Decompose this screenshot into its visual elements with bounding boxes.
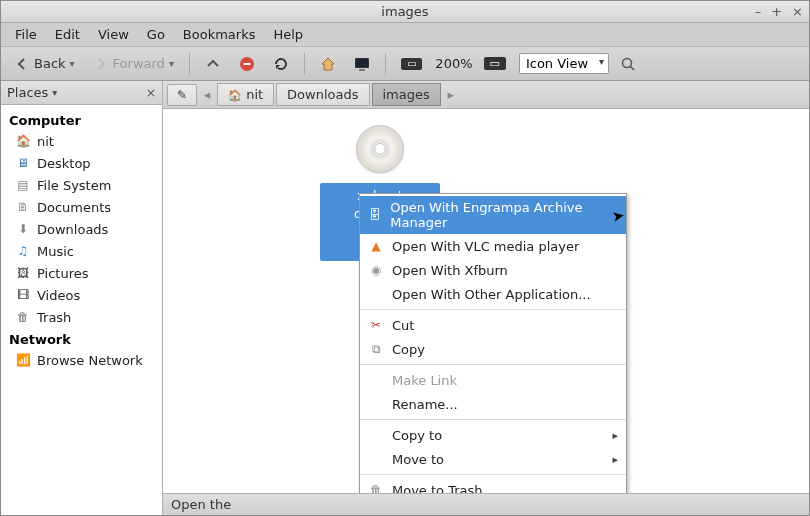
pictures-icon: 🖼 xyxy=(15,265,31,281)
sidebar-item-documents[interactable]: 🗎Documents xyxy=(1,196,162,218)
computer-button[interactable] xyxy=(347,52,377,76)
pathbar: ✎ ◂ 🏠 nit Downloads images ▸ xyxy=(163,81,809,109)
sidebar-title: Places xyxy=(7,85,48,100)
ctx-label: Open With Xfburn xyxy=(392,263,508,278)
zoom-in-button[interactable]: ▭ xyxy=(477,53,515,74)
menu-help[interactable]: Help xyxy=(265,25,311,44)
context-menu: 🗄Open With Engrampa Archive Manager ▲Ope… xyxy=(359,193,627,493)
up-button[interactable] xyxy=(198,52,228,76)
home-icon: 🏠 xyxy=(15,133,31,149)
menu-view[interactable]: View xyxy=(90,25,137,44)
toolbar: Back ▾ Forward ▾ xyxy=(1,47,809,81)
sidebar-header: Places ▾ × xyxy=(1,81,162,105)
breadcrumb[interactable]: 🏠 nit xyxy=(217,83,274,106)
search-button[interactable] xyxy=(613,52,643,76)
stop-icon xyxy=(239,56,255,72)
view-mode-select[interactable]: Icon View xyxy=(519,53,609,74)
svg-point-5 xyxy=(622,58,631,67)
separator xyxy=(304,53,305,75)
breadcrumb[interactable]: Downloads xyxy=(276,83,369,106)
sidebar-item-home[interactable]: 🏠nit xyxy=(1,130,162,152)
menu-go[interactable]: Go xyxy=(139,25,173,44)
sidebar-item-trash[interactable]: 🗑Trash xyxy=(1,306,162,328)
disc-icon xyxy=(356,125,404,173)
ctx-label: Open With Other Application... xyxy=(392,287,591,302)
sidebar-item-label: nit xyxy=(37,134,54,149)
sidebar-close-button[interactable]: × xyxy=(146,86,156,100)
content-area[interactable]: xubunt desktop is 2.0 🗄Open With Engramp… xyxy=(163,109,809,493)
blank-icon xyxy=(368,451,384,467)
back-button[interactable]: Back ▾ xyxy=(7,52,82,76)
stop-button[interactable] xyxy=(232,52,262,76)
maximize-button[interactable]: + xyxy=(771,4,782,19)
ctx-open-engrampa[interactable]: 🗄Open With Engrampa Archive Manager xyxy=(360,196,626,234)
sidebar-item-browse-network[interactable]: 📶Browse Network xyxy=(1,349,162,371)
sidebar-item-pictures[interactable]: 🖼Pictures xyxy=(1,262,162,284)
pathbar-prev[interactable]: ◂ xyxy=(199,87,215,102)
ctx-label: Move to Trash xyxy=(392,483,483,494)
breadcrumb-label: images xyxy=(383,87,430,102)
blank-icon xyxy=(368,286,384,302)
sidebar-item-filesystem[interactable]: ▤File System xyxy=(1,174,162,196)
sidebar-item-music[interactable]: ♫Music xyxy=(1,240,162,262)
sidebar-item-label: Pictures xyxy=(37,266,88,281)
forward-button[interactable]: Forward ▾ xyxy=(86,52,181,76)
svg-line-6 xyxy=(630,66,634,70)
copy-icon: ⧉ xyxy=(368,341,384,357)
zoom-level: 200% xyxy=(435,56,472,71)
cut-icon: ✂ xyxy=(368,317,384,333)
sidebar-item-label: Trash xyxy=(37,310,71,325)
separator xyxy=(360,309,626,310)
ctx-open-xfburn[interactable]: ◉Open With Xfburn xyxy=(360,258,626,282)
zoom-out-button[interactable]: ▭ xyxy=(394,54,431,74)
status-text: Open the xyxy=(171,497,231,512)
ctx-make-link[interactable]: Make Link xyxy=(360,368,626,392)
main: ✎ ◂ 🏠 nit Downloads images ▸ xubunt desk… xyxy=(163,81,809,515)
reload-button[interactable] xyxy=(266,52,296,76)
svg-rect-4 xyxy=(359,69,365,71)
ctx-copy-to[interactable]: Copy to xyxy=(360,423,626,447)
window-title: images xyxy=(1,4,809,19)
pathbar-next[interactable]: ▸ xyxy=(443,87,459,102)
ctx-open-vlc[interactable]: ▲Open With VLC media player xyxy=(360,234,626,258)
ctx-label: Cut xyxy=(392,318,414,333)
file-item[interactable] xyxy=(348,117,412,181)
ctx-label: Move to xyxy=(392,452,444,467)
ctx-label: Open With VLC media player xyxy=(392,239,579,254)
sidebar-list: Computer 🏠nit 🖥Desktop ▤File System 🗎Doc… xyxy=(1,105,162,515)
breadcrumb[interactable]: images xyxy=(372,83,441,106)
pathbar-edit-button[interactable]: ✎ xyxy=(167,84,197,106)
sidebar-item-desktop[interactable]: 🖥Desktop xyxy=(1,152,162,174)
desktop-icon: 🖥 xyxy=(15,155,31,171)
sidebar-item-videos[interactable]: 🎞Videos xyxy=(1,284,162,306)
zoom-out-icon: ▭ xyxy=(401,58,422,70)
sidebar-item-label: Downloads xyxy=(37,222,108,237)
trash-icon: 🗑 xyxy=(15,309,31,325)
sidebar-item-downloads[interactable]: ⬇Downloads xyxy=(1,218,162,240)
ctx-cut[interactable]: ✂Cut xyxy=(360,313,626,337)
chevron-down-icon: ▾ xyxy=(70,58,75,69)
home-icon xyxy=(320,56,336,72)
ctx-move-trash[interactable]: 🗑Move to Trash xyxy=(360,478,626,493)
menu-edit[interactable]: Edit xyxy=(47,25,88,44)
menu-file[interactable]: File xyxy=(7,25,45,44)
ctx-rename[interactable]: Rename... xyxy=(360,392,626,416)
sidebar-item-label: Music xyxy=(37,244,74,259)
window-controls: – + × xyxy=(755,4,803,19)
titlebar: images – + × xyxy=(1,1,809,23)
close-button[interactable]: × xyxy=(792,4,803,19)
home-button[interactable] xyxy=(313,52,343,76)
separator xyxy=(385,53,386,75)
trash-icon: 🗑 xyxy=(368,482,384,493)
folder-icon: 🗎 xyxy=(15,199,31,215)
ctx-move-to[interactable]: Move to xyxy=(360,447,626,471)
ctx-open-other[interactable]: Open With Other Application... xyxy=(360,282,626,306)
arrow-right-icon xyxy=(93,56,109,72)
ctx-copy[interactable]: ⧉Copy xyxy=(360,337,626,361)
menu-bookmarks[interactable]: Bookmarks xyxy=(175,25,264,44)
svg-rect-1 xyxy=(243,63,250,65)
reload-icon xyxy=(273,56,289,72)
menubar: File Edit View Go Bookmarks Help xyxy=(1,23,809,47)
minimize-button[interactable]: – xyxy=(755,4,762,19)
chevron-down-icon[interactable]: ▾ xyxy=(52,87,57,98)
